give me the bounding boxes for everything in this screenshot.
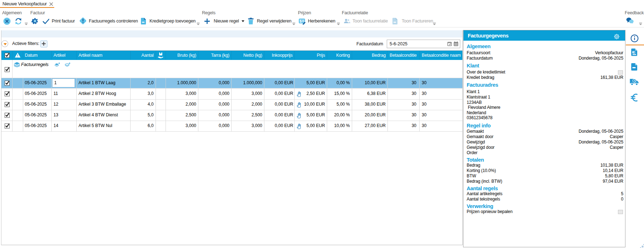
svg-text:$: $	[300, 19, 302, 23]
